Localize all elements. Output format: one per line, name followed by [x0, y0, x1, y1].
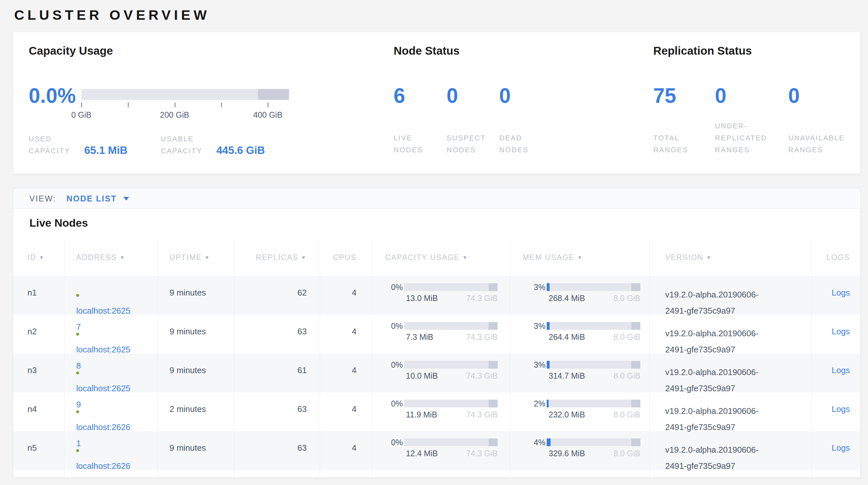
memory-bar-fill [547, 361, 550, 369]
node-status-stat: 6LIVE NODES [394, 85, 405, 174]
column-header-id[interactable]: ID▼ [13, 239, 65, 276]
node-status-stat-value: 6 [394, 85, 405, 106]
sort-desc-icon: ▼ [301, 255, 307, 261]
memory-values: 264.4 MiB8.0 GiB [547, 333, 640, 342]
column-header-replicas[interactable]: REPLICAS▼ [234, 239, 320, 276]
replication-stat-value: 75 [653, 85, 676, 106]
memory-meter: 4% [534, 438, 649, 446]
capacity-percent-label: 0% [391, 360, 404, 370]
node-logs-link[interactable]: Logs [832, 404, 850, 414]
column-header-version[interactable]: VERSION▼ [650, 239, 812, 276]
axis-tick-label: 400 GiB [253, 110, 282, 120]
node-cpus-cell: 4 [320, 315, 372, 354]
column-header-capacity[interactable]: CAPACITY USAGE▼ [372, 239, 510, 276]
node-logs-cell: Logs [812, 315, 860, 354]
memory-bar [547, 438, 640, 446]
node-replicas-cell: 62 [234, 276, 320, 315]
column-header-label: CPUS [333, 253, 356, 262]
capacity-total-value: 74.3 GiB [466, 410, 498, 419]
memory-percent-label: 4% [534, 438, 547, 447]
node-uptime-cell: 9 minutes [158, 315, 234, 354]
column-header-label: LOGS [826, 253, 850, 262]
capacity-bar-dark-segment [489, 361, 498, 369]
capacity-total-value: 74.3 GiB [466, 371, 498, 380]
memory-used-value: 264.4 MiB [549, 333, 585, 342]
memory-bar [547, 322, 640, 330]
column-header-label: UPTIME [169, 253, 202, 262]
empty-cell [158, 470, 234, 478]
view-selector[interactable]: NODE LIST [66, 194, 129, 203]
node-logs-link[interactable]: Logs [832, 365, 850, 375]
capacity-meter: 0% [391, 283, 509, 291]
live-status-dot-icon [76, 333, 79, 336]
capacity-bar [404, 400, 498, 407]
table-row: n5localhost:262629 minutes6340%12.4 MiB7… [13, 431, 860, 470]
node-logs-link[interactable]: Logs [832, 443, 850, 453]
node-version-cell: v19.2.0-alpha.20190606-2491-gfe735c9a97 [650, 276, 812, 315]
empty-cell [234, 470, 320, 478]
usable-capacity-label: USABLE CAPACITY [161, 133, 204, 157]
memory-bar-dark-segment [631, 322, 640, 330]
live-nodes-title: Live Nodes [13, 209, 860, 239]
node-version-text: v19.2.0-alpha.20190606-2491-gfe735c9a97 [665, 442, 778, 474]
memory-bar-dark-segment [631, 400, 640, 407]
node-replicas-cell: 61 [234, 354, 320, 393]
node-version-cell: v19.2.0-alpha.20190606-2491-gfe735c9a97 [650, 354, 812, 393]
capacity-values: 10.0 MiB74.3 GiB [404, 371, 498, 380]
capacity-meter: 0% [391, 438, 509, 446]
node-uptime-cell: 9 minutes [158, 431, 234, 470]
node-address-cell: localhost:26261 [65, 393, 158, 431]
memory-bar [547, 283, 640, 291]
capacity-bar [404, 361, 498, 369]
capacity-used-percent: 0.0% [29, 85, 76, 106]
empty-cell [13, 470, 65, 478]
sort-desc-icon: ▼ [39, 255, 44, 261]
node-status-stat: 0DEAD NODES [499, 85, 511, 174]
capacity-used-value: 12.4 MiB [406, 449, 438, 458]
capacity-total-value: 74.3 GiB [466, 333, 498, 342]
node-uptime-cell: 2 minutes [158, 393, 234, 431]
node-logs-cell: Logs [812, 431, 860, 470]
column-header-address[interactable]: ADDRESS▼ [65, 239, 158, 276]
memory-percent-label: 3% [534, 360, 547, 370]
node-address-cell: localhost:26262 [65, 431, 158, 470]
live-status-dot-icon [76, 372, 79, 374]
column-header-uptime[interactable]: UPTIME▼ [158, 239, 234, 276]
replication-stat-label: UNAVAILABLE RANGES [788, 132, 856, 156]
capacity-bar-dark-segment [489, 438, 498, 446]
node-cpus-cell: 4 [320, 354, 372, 393]
capacity-bar [404, 322, 498, 330]
memory-bar-fill [547, 283, 550, 291]
empty-cell [65, 470, 158, 478]
node-status-stat-label: LIVE NODES [394, 132, 442, 156]
memory-values: 314.7 MiB8.0 GiB [547, 371, 640, 380]
node-address-cell: localhost:26257 [65, 276, 158, 315]
memory-values: 268.4 MiB8.0 GiB [547, 293, 640, 303]
capacity-percent-label: 0% [391, 321, 404, 331]
empty-cell [510, 470, 650, 477]
replication-stat: 0UNDER-REPLICATED RANGES [715, 85, 726, 174]
memory-used-value: 314.7 MiB [549, 371, 585, 380]
node-version-text: v19.2.0-alpha.20190606-2491-gfe735c9a97 [665, 364, 778, 396]
node-logs-link[interactable]: Logs [832, 326, 850, 336]
sort-desc-icon: ▼ [577, 255, 583, 261]
axis-tick [82, 103, 82, 107]
sort-desc-icon: ▼ [120, 255, 126, 261]
node-id-cell: n1 [13, 276, 65, 315]
node-cpus-cell: 4 [320, 393, 372, 431]
node-uptime-cell: 9 minutes [158, 276, 234, 315]
axis-tick [175, 103, 175, 107]
view-selected-value[interactable]: NODE LIST [66, 194, 117, 203]
node-version-cell: v19.2.0-alpha.20190606-2491-gfe735c9a97 [650, 315, 812, 354]
replication-status-title: Replication Status [653, 44, 752, 57]
memory-total-value: 8.0 GiB [614, 293, 640, 303]
view-bar: VIEW: NODE LIST [13, 189, 860, 209]
node-logs-link[interactable]: Logs [832, 288, 850, 297]
column-header-memory[interactable]: MEM USAGE▼ [510, 239, 650, 276]
node-logs-cell: Logs [812, 393, 860, 431]
column-header-label: REPLICAS [256, 253, 299, 262]
capacity-percent-label: 0% [391, 399, 404, 408]
table-row: n3localhost:262599 minutes6140%10.0 MiB7… [13, 354, 860, 393]
node-version-text: v19.2.0-alpha.20190606-2491-gfe735c9a97 [665, 286, 778, 319]
node-status-title: Node Status [394, 44, 460, 57]
